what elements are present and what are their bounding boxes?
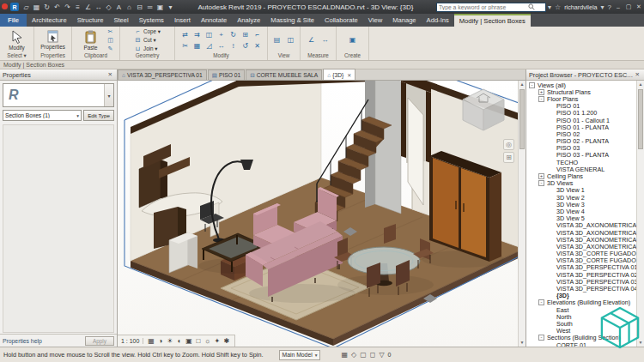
viewport-scrollbar[interactable]: ▲ ▼: [518, 81, 526, 347]
mirror-icon[interactable]: ◫: [204, 29, 216, 40]
scale-button[interactable]: 1 : 100: [121, 338, 143, 344]
modify-button[interactable]: Modify: [3, 30, 31, 51]
tree-item[interactable]: + Structural Plans: [526, 88, 636, 95]
ribbon-tab[interactable]: Annotate: [196, 14, 232, 27]
search-icon[interactable]: [528, 3, 535, 10]
print-icon[interactable]: ≡: [73, 3, 82, 11]
sun-path-icon[interactable]: ☀: [165, 337, 174, 345]
ribbon-tab[interactable]: Insert: [169, 14, 196, 27]
save-icon[interactable]: ▦: [32, 3, 41, 11]
main-model-select[interactable]: Main Model ▾: [279, 350, 321, 360]
select-panel-label[interactable]: Select ▾: [2, 52, 32, 60]
press-drag-icon[interactable]: ◻: [370, 351, 376, 359]
selection-combo[interactable]: Section Boxes (1) ▾: [3, 110, 82, 121]
filter-icon[interactable]: ▽: [379, 351, 384, 359]
worksets-icon[interactable]: ▦: [341, 351, 348, 359]
properties-header[interactable]: Properties ✕: [0, 69, 117, 81]
tree-expand-icon[interactable]: +: [538, 173, 544, 179]
switch-windows-icon[interactable]: ▣: [155, 3, 165, 11]
join-button[interactable]: ⊔ Join ▾: [134, 45, 161, 52]
ribbon-tab[interactable]: Architecture: [27, 14, 72, 27]
tree-item[interactable]: VISTA 3D_PERSPECTIVA 04: [526, 285, 636, 292]
sync-icon[interactable]: ↻: [42, 3, 52, 11]
qat-customize-icon[interactable]: ▾: [166, 3, 175, 11]
reveal-hidden-icon[interactable]: ☼: [203, 337, 212, 345]
search-dropdown-icon[interactable]: ▾: [548, 3, 551, 11]
3d-scene[interactable]: [118, 81, 526, 347]
match-type-icon[interactable]: ✎: [106, 45, 115, 52]
editable-only-icon[interactable]: ▢: [360, 351, 367, 359]
shadows-icon[interactable]: ◐: [174, 337, 184, 345]
type-selector-dropdown-icon[interactable]: ▾: [104, 84, 113, 106]
ribbon-tab[interactable]: Massing & Site: [265, 14, 319, 27]
properties-help-link[interactable]: Properties help: [3, 338, 42, 344]
ribbon-tab[interactable]: File: [0, 14, 27, 27]
rotate-back-icon[interactable]: ↺: [240, 40, 252, 51]
scroll-up-icon[interactable]: ▲: [637, 81, 644, 88]
type-selector[interactable]: R ▾: [3, 83, 114, 107]
crop-view-icon[interactable]: ▣: [184, 337, 193, 345]
maximize-button[interactable]: ▢: [623, 3, 634, 10]
user-dropdown-icon[interactable]: ▾: [601, 3, 605, 11]
tree-expand-icon[interactable]: -: [538, 180, 544, 186]
close-properties-icon[interactable]: ✕: [106, 71, 114, 78]
project-browser-header[interactable]: Project Browser - PROYECTO ESCALDNADO.rv…: [526, 69, 644, 81]
search-input[interactable]: [439, 4, 528, 10]
tree-expand-icon[interactable]: -: [538, 299, 544, 305]
tag-icon[interactable]: ◇: [104, 3, 113, 11]
create-group-icon[interactable]: ▣: [347, 34, 359, 45]
gray-cabinet[interactable]: [169, 232, 197, 273]
cut-geometry-button[interactable]: ⊟ Cut ▾: [134, 36, 161, 44]
array-icon[interactable]: ▦: [191, 40, 204, 51]
tree-item[interactable]: + Ceiling Plans: [526, 172, 636, 179]
close-browser-icon[interactable]: ✕: [634, 71, 641, 78]
tree-expand-icon[interactable]: +: [538, 89, 544, 95]
scrollbar-thumb[interactable]: [638, 89, 643, 149]
tree-expand-icon[interactable]: -: [538, 96, 544, 102]
scroll-down-icon[interactable]: ▼: [519, 339, 526, 347]
ribbon-tab[interactable]: Manage: [387, 14, 421, 27]
open-icon[interactable]: ▱: [21, 3, 31, 11]
offset-icon[interactable]: ⇉: [191, 29, 204, 40]
view-tab-3d[interactable]: ⌂ {3D} ✕: [323, 69, 355, 80]
copy-element-icon[interactable]: ⊞: [240, 29, 252, 40]
detail-level-icon[interactable]: ▦: [146, 337, 155, 345]
favorites-star-icon[interactable]: ☆: [555, 3, 561, 11]
tree-item[interactable]: PISO 03 - PLANTA: [526, 152, 636, 159]
close-button[interactable]: ✕: [634, 3, 644, 10]
signed-in-user[interactable]: richardvilela: [564, 3, 597, 11]
redo-icon[interactable]: ↷: [63, 3, 72, 11]
tree-expand-icon[interactable]: -: [529, 82, 535, 88]
help-icon[interactable]: ?: [608, 3, 611, 11]
section-icon[interactable]: ⊟: [135, 3, 144, 11]
drawing-area[interactable]: ◎⊞ ▲ ▼ 1 : 100 ▦◑☀◐▣□☼✦✱: [118, 81, 526, 347]
design-options-icon[interactable]: ◇: [351, 351, 356, 359]
apply-button[interactable]: Apply: [85, 336, 114, 346]
measure-angle-icon[interactable]: ∠: [306, 34, 318, 45]
infocenter-search[interactable]: [436, 3, 546, 12]
rotate-icon[interactable]: ↻: [228, 29, 240, 40]
revit-logo[interactable]: R: [10, 3, 19, 11]
tree-item[interactable]: - Floor Plans: [526, 95, 636, 102]
cut-icon[interactable]: ✂: [106, 27, 115, 35]
thin-lines-icon[interactable]: ═: [145, 3, 155, 11]
navigation-wheel-icon[interactable]: ◎: [503, 139, 514, 150]
ribbon-tab[interactable]: Add-Ins: [422, 14, 454, 27]
scrollbar-thumb[interactable]: [519, 89, 525, 149]
tree-item[interactable]: PISO 01 - PLANTA: [526, 124, 636, 130]
ribbon-tab[interactable]: Modify | Section Boxes: [454, 14, 531, 27]
minimize-button[interactable]: –: [613, 4, 623, 10]
user-interface-icon[interactable]: ▤: [271, 34, 283, 45]
scale-icon[interactable]: ◿: [204, 40, 216, 51]
properties-button[interactable]: Properties: [39, 30, 67, 50]
show-crop-icon[interactable]: □: [193, 337, 203, 345]
close-view-icon[interactable]: ✕: [347, 72, 351, 78]
align-icon[interactable]: ⇄: [179, 29, 191, 40]
default-3d-view-icon[interactable]: ⌂: [125, 3, 134, 11]
view-tab-piso-01[interactable]: ▤ PISO 01 ✕: [208, 69, 245, 80]
paste-button[interactable]: Paste: [77, 30, 105, 51]
extend-icon[interactable]: ↔: [216, 40, 228, 51]
ribbon-tab[interactable]: Collaborate: [319, 14, 363, 27]
offset-vertical-icon[interactable]: ↕: [228, 40, 240, 51]
undo-icon[interactable]: ↶: [52, 3, 62, 11]
